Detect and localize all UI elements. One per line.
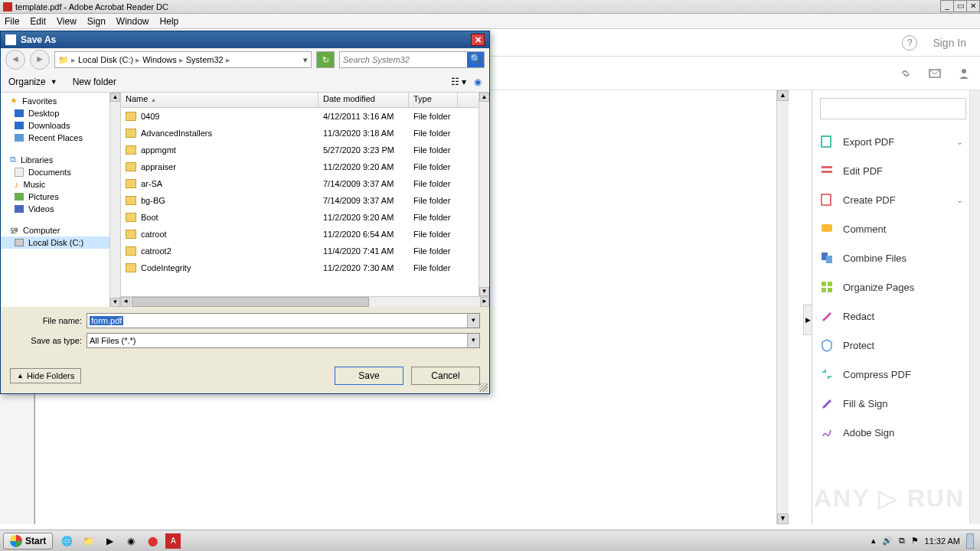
- tray-volume-icon[interactable]: 🔊: [882, 536, 893, 546]
- taskbar-ie-icon[interactable]: 🌐: [58, 533, 75, 549]
- start-button[interactable]: Start: [3, 533, 53, 549]
- tool-organize-pages[interactable]: Organize Pages: [812, 272, 980, 302]
- table-row[interactable]: CodeIntegrity11/2/2020 7:30 AMFile folde…: [121, 259, 489, 276]
- tool-compress-pdf[interactable]: Compress PDF: [812, 360, 980, 389]
- close-button[interactable]: ✕: [966, 0, 980, 12]
- dropdown-icon[interactable]: ▾: [467, 334, 479, 347]
- table-row[interactable]: bg-BG7/14/2009 3:37 AMFile folder: [121, 192, 489, 209]
- tool-redact[interactable]: Redact: [812, 302, 980, 331]
- save-as-dialog: Save As ✕ ◄ ► 📁 ▸ Local Disk (C:)▸ Windo…: [0, 31, 490, 394]
- star-icon: ★: [10, 96, 18, 106]
- minimize-button[interactable]: _: [940, 0, 954, 12]
- table-row[interactable]: ar-SA7/14/2009 3:37 AMFile folder: [121, 175, 489, 192]
- doc-vscrollbar[interactable]: ▲ ▼: [776, 90, 789, 524]
- svg-rect-15: [822, 288, 826, 292]
- sidebar-desktop[interactable]: Desktop: [1, 107, 120, 119]
- user-icon[interactable]: [956, 65, 972, 82]
- taskbar-opera-icon[interactable]: ⬤: [144, 533, 161, 549]
- tool-adobe-sign[interactable]: Adobe Sign: [812, 418, 980, 447]
- resize-grip[interactable]: [479, 383, 488, 392]
- new-folder-button[interactable]: New folder: [73, 77, 116, 87]
- refresh-button[interactable]: ↻: [316, 51, 335, 68]
- tray-expand-icon[interactable]: ▴: [871, 536, 876, 546]
- tray-network-icon[interactable]: ⧉: [899, 536, 905, 546]
- sidebar-documents[interactable]: Documents: [1, 166, 120, 178]
- folder-icon: [126, 246, 136, 256]
- table-row[interactable]: catroot11/2/2020 6:54 AMFile folder: [121, 226, 489, 243]
- tool-create-pdf[interactable]: Create PDF⌄: [812, 185, 980, 214]
- menu-window[interactable]: Window: [116, 16, 149, 27]
- filelist-hscrollbar[interactable]: ◄►: [121, 296, 489, 307]
- sidebar-downloads[interactable]: Downloads: [1, 119, 120, 132]
- tool-export-pdf[interactable]: Export PDF⌄: [812, 127, 980, 156]
- search-icon[interactable]: 🔍: [467, 52, 484, 67]
- titlebar: template.pdf - Adobe Acrobat Reader DC _…: [0, 0, 980, 14]
- table-row[interactable]: Boot11/2/2020 9:20 AMFile folder: [121, 209, 489, 226]
- menu-sign[interactable]: Sign: [87, 16, 106, 27]
- right-panel-scrollbar[interactable]: [969, 90, 980, 524]
- col-type[interactable]: Type: [409, 93, 458, 107]
- scroll-up-icon[interactable]: ▲: [777, 90, 789, 101]
- sidebar-recent-places[interactable]: Recent Places: [1, 132, 120, 144]
- folder-icon: [126, 129, 136, 138]
- table-row[interactable]: 04094/12/2011 3:16 AMFile folder: [121, 108, 489, 125]
- taskbar-chrome-icon[interactable]: ◉: [122, 533, 139, 549]
- tool-edit-pdf[interactable]: Edit PDF: [812, 156, 980, 185]
- filename-input[interactable]: form.pdf▾: [87, 313, 480, 328]
- search-input[interactable]: [340, 55, 467, 64]
- sidebar-pictures[interactable]: Pictures: [1, 191, 120, 203]
- taskbar-explorer-icon[interactable]: 📁: [80, 533, 96, 549]
- view-mode-button[interactable]: ☷ ▾: [451, 77, 466, 87]
- taskbar-media-icon[interactable]: ▶: [101, 533, 118, 549]
- mail-icon[interactable]: [926, 65, 943, 82]
- tool-combine-files[interactable]: Combine Files: [812, 243, 980, 272]
- breadcrumb[interactable]: 📁 ▸ Local Disk (C:)▸ Windows▸ System32▸ …: [54, 51, 312, 68]
- table-row[interactable]: appmgmt5/27/2020 3:23 PMFile folder: [121, 142, 489, 158]
- table-row[interactable]: appraiser11/2/2020 9:20 AMFile folder: [121, 158, 489, 175]
- computer-group[interactable]: 🖳Computer: [1, 223, 120, 236]
- filelist-vscrollbar[interactable]: ▲▼: [479, 93, 489, 296]
- hide-folders-button[interactable]: ▲Hide Folders: [10, 368, 81, 383]
- organize-button[interactable]: Organize▼: [8, 77, 57, 87]
- sign-in-link[interactable]: Sign In: [933, 37, 966, 49]
- right-panel-search[interactable]: [820, 98, 966, 119]
- folder-icon: [126, 112, 136, 121]
- tool-protect[interactable]: Protect: [812, 331, 980, 360]
- cancel-button[interactable]: Cancel: [411, 367, 480, 385]
- navpane-scrollbar[interactable]: ▲▼: [109, 93, 120, 307]
- table-row[interactable]: catroot211/4/2020 7:41 AMFile folder: [121, 243, 489, 259]
- favorites-group[interactable]: ★Favorites: [1, 93, 120, 107]
- dialog-help-icon[interactable]: ◉: [474, 77, 482, 87]
- show-desktop-button[interactable]: [966, 533, 974, 549]
- saveastype-select[interactable]: All Files (*.*)▾: [87, 333, 480, 348]
- menu-file[interactable]: File: [5, 16, 19, 27]
- link-icon[interactable]: [897, 65, 914, 82]
- taskbar-acrobat-icon[interactable]: A: [165, 533, 181, 549]
- tray-clock[interactable]: 11:32 AM: [925, 536, 960, 546]
- col-name[interactable]: Name ▲: [121, 93, 318, 107]
- crumb-dropdown-icon[interactable]: ▾: [303, 55, 308, 65]
- menu-help[interactable]: Help: [160, 16, 179, 27]
- menu-edit[interactable]: Edit: [30, 16, 46, 27]
- tool-fill-sign[interactable]: Fill & Sign: [812, 389, 980, 418]
- save-button[interactable]: Save: [335, 367, 403, 385]
- help-icon[interactable]: ?: [902, 35, 917, 51]
- dialog-search[interactable]: 🔍: [339, 51, 485, 68]
- sidebar-videos[interactable]: Videos: [1, 203, 120, 215]
- back-button[interactable]: ◄: [5, 50, 25, 70]
- maximize-button[interactable]: ▭: [953, 0, 967, 12]
- sidebar-music[interactable]: ♪Music: [1, 178, 120, 191]
- col-date[interactable]: Date modified: [318, 93, 409, 107]
- dialog-close-button[interactable]: ✕: [471, 34, 485, 46]
- sidebar-local-disk[interactable]: Local Disk (C:): [1, 236, 120, 249]
- menu-view[interactable]: View: [57, 16, 77, 27]
- forward-button[interactable]: ►: [30, 50, 50, 70]
- tool-comment[interactable]: Comment: [812, 214, 980, 243]
- scroll-down-icon[interactable]: ▼: [777, 514, 789, 524]
- collapse-panel-icon[interactable]: ▶: [803, 305, 812, 335]
- libraries-group[interactable]: ⧉Libraries: [1, 152, 120, 166]
- table-row[interactable]: AdvancedInstallers11/3/2020 3:18 AMFile …: [121, 125, 489, 142]
- folder-icon: [126, 230, 136, 239]
- dropdown-icon[interactable]: ▾: [467, 314, 479, 328]
- tray-flag-icon[interactable]: ⚑: [911, 536, 919, 546]
